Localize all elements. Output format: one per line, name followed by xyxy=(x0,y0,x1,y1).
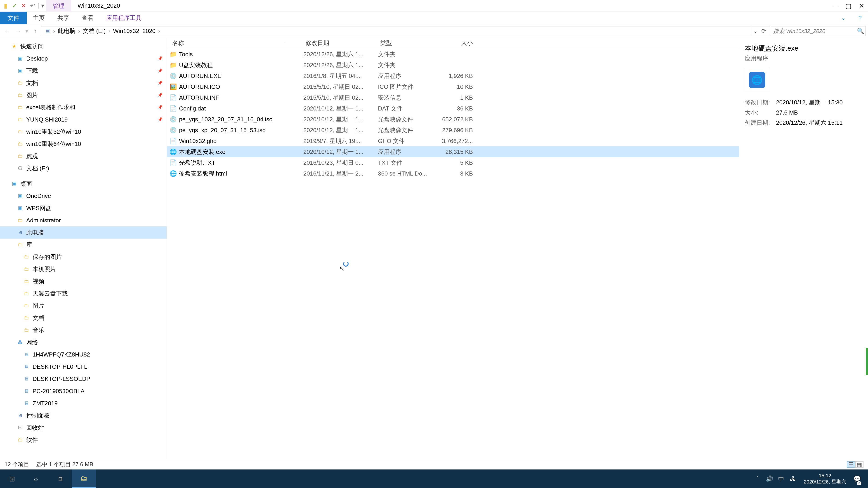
taskbar-search-button[interactable]: ⌕ xyxy=(24,469,48,488)
file-row[interactable]: 📄Config.dat2020/10/12, 星期一 1...DAT 文件36 … xyxy=(167,103,739,114)
nav-item[interactable]: ★快速访问 xyxy=(0,40,166,53)
view-details-button[interactable]: ☰ xyxy=(847,461,855,468)
nav-item[interactable]: 🗀文档 xyxy=(0,312,166,324)
breadcrumb-pc-icon[interactable]: 🖥 xyxy=(43,26,52,36)
chevron-right-icon[interactable]: › xyxy=(53,28,56,35)
nav-item[interactable]: 🖧网络 xyxy=(0,336,166,348)
chevron-right-icon[interactable]: › xyxy=(158,28,161,35)
nav-item[interactable]: 🖥此电脑 xyxy=(0,226,166,238)
file-name: Tools xyxy=(179,51,193,58)
navigation-pane[interactable]: ★快速访问▣Desktop📌▣下载📌🗀文档📌🗀图片📌🗀excel表格制作求和📌🗀… xyxy=(0,38,167,459)
nav-item[interactable]: 🖥PC-20190530OBLA xyxy=(0,385,166,397)
ribbon-tab-view[interactable]: 查看 xyxy=(75,12,100,24)
file-row[interactable]: 📄Win10x32.gho2019/9/7, 星期六 19:...GHO 文件3… xyxy=(167,135,739,147)
search-icon[interactable]: 🔍 xyxy=(857,28,863,35)
nav-item[interactable]: 🖥控制面板 xyxy=(0,410,166,422)
nav-item[interactable]: 🗀库 xyxy=(0,238,166,251)
view-large-icons-button[interactable]: ▦ xyxy=(855,461,864,468)
nav-history-dropdown[interactable]: ▾ xyxy=(24,26,29,36)
nav-back-button[interactable]: ← xyxy=(2,26,12,36)
history-dropdown-icon[interactable]: ⌄ xyxy=(752,26,759,36)
breadcrumb-item[interactable]: 此电脑 xyxy=(56,26,77,36)
nav-item[interactable]: 🖥DESKTOP-HL0PLFL xyxy=(0,361,166,373)
nav-item[interactable]: 🗀视频 xyxy=(0,275,166,287)
nav-item[interactable]: ▣WPS网盘 xyxy=(0,202,166,214)
breadcrumb-item[interactable]: 文档 (E:) xyxy=(81,26,107,36)
nav-item[interactable]: 🗀win10重装32位win10 xyxy=(0,126,166,138)
ribbon-tab-apptools[interactable]: 应用程序工具 xyxy=(100,12,148,24)
nav-item[interactable]: ▣下载📌 xyxy=(0,65,166,77)
nav-item[interactable]: 🗀图片📌 xyxy=(0,89,166,101)
column-header-type[interactable]: 类型 xyxy=(378,39,439,47)
file-row[interactable]: 📁Tools2020/12/26, 星期六 1...文件夹 xyxy=(167,49,739,60)
nav-item[interactable]: ▣Desktop📌 xyxy=(0,53,166,65)
nav-item[interactable]: 🗀excel表格制作求和📌 xyxy=(0,101,166,113)
qat-dropdown-icon[interactable]: ▾ xyxy=(40,2,44,10)
volume-icon[interactable]: 🔊 xyxy=(765,469,774,488)
nav-item[interactable]: ▣OneDrive xyxy=(0,190,166,202)
start-button[interactable]: ⊞ xyxy=(0,469,24,488)
chevron-right-icon[interactable]: › xyxy=(108,28,111,35)
file-row[interactable]: 🌐硬盘安装教程.html2016/11/21, 星期一 2...360 se H… xyxy=(167,168,739,179)
nav-item[interactable]: ▣桌面 xyxy=(0,177,166,190)
file-name: Win10x32.gho xyxy=(179,138,217,144)
action-center-icon[interactable]: 💬2 xyxy=(852,469,862,488)
breadcrumb-box[interactable]: 🖥 › 此电脑 › 文档 (E:) › Win10x32_2020 › ⌄ ⟳ xyxy=(41,26,770,36)
file-row[interactable]: 💿AUTORUN.EXE2016/1/8, 星期五 04:...应用程序1,92… xyxy=(167,70,739,81)
nav-up-button[interactable]: ↑ xyxy=(30,26,40,36)
nav-item[interactable]: 🖥1H4WPFQ7KZ8HU82 xyxy=(0,348,166,361)
ribbon-expand-icon[interactable]: ⌄ xyxy=(835,12,852,24)
file-row[interactable]: 📄AUTORUN.INF2015/5/10, 星期日 02...安装信息1 KB xyxy=(167,92,739,103)
refresh-icon[interactable]: ⟳ xyxy=(759,26,768,36)
file-list[interactable]: 📁Tools2020/12/26, 星期六 1...文件夹📁U盘安装教程2020… xyxy=(167,48,739,459)
task-view-button[interactable]: ⧉ xyxy=(48,469,72,488)
taskbar-explorer-button[interactable]: 🗂 xyxy=(72,469,96,488)
close-button[interactable]: ✕ xyxy=(855,0,868,12)
file-row[interactable]: 💿pe_yqs_1032_20_07_31_16_04.iso2020/10/1… xyxy=(167,114,739,125)
nav-item[interactable]: 🖥ZMT2019 xyxy=(0,397,166,410)
nav-item[interactable]: 🗀文档📌 xyxy=(0,77,166,89)
nav-item[interactable]: 🗀软件 xyxy=(0,434,166,446)
qat-properties-icon[interactable]: ✓ xyxy=(10,2,19,10)
nav-item[interactable]: 🗀保存的图片 xyxy=(0,251,166,263)
nav-item[interactable]: 🗀天翼云盘下载 xyxy=(0,287,166,300)
ime-indicator[interactable]: 中 xyxy=(776,469,786,488)
search-input[interactable] xyxy=(773,28,857,34)
ribbon-tab-share[interactable]: 共享 xyxy=(51,12,75,24)
nav-item[interactable]: 🗀图片 xyxy=(0,300,166,312)
qat-delete-icon[interactable]: ✕ xyxy=(20,2,28,10)
nav-item[interactable]: 🗀音乐 xyxy=(0,324,166,336)
file-name: pe_yqs_xp_20_07_31_15_53.iso xyxy=(179,127,266,134)
column-header-date[interactable]: 修改日期 xyxy=(303,39,378,47)
file-row[interactable]: 💿pe_yqs_xp_20_07_31_15_53.iso2020/10/12,… xyxy=(167,125,739,135)
ic-folder-icon: 🗀 xyxy=(17,129,23,135)
ribbon-tab-home[interactable]: 主页 xyxy=(27,12,51,24)
breadcrumb-item[interactable]: Win10x32_2020 xyxy=(111,26,157,36)
taskbar-clock[interactable]: 15:12 2020/12/26, 星期六 xyxy=(800,473,850,485)
nav-item[interactable]: 🗀YUNQISHI2019📌 xyxy=(0,113,166,126)
nav-item[interactable]: 🗀Administrator xyxy=(0,214,166,226)
nav-forward-button[interactable]: → xyxy=(13,26,23,36)
file-row[interactable]: 🌐本地硬盘安装.exe2020/10/12, 星期一 1...应用程序28,31… xyxy=(167,147,739,157)
qat-undo-icon[interactable]: ↶ xyxy=(29,2,37,10)
file-row[interactable]: 📄光盘说明.TXT2016/10/23, 星期日 0...TXT 文件5 KB xyxy=(167,157,739,168)
nav-item[interactable]: ⛁文档 (E:) xyxy=(0,162,166,174)
help-icon[interactable]: ? xyxy=(852,12,868,24)
network-icon[interactable]: 🖧 xyxy=(788,469,798,488)
nav-item[interactable]: 🗀本机照片 xyxy=(0,263,166,275)
tray-overflow-icon[interactable]: ˄ xyxy=(753,469,763,488)
column-header-name[interactable]: 名称 ˄ xyxy=(170,39,303,47)
maximize-button[interactable]: ▢ xyxy=(842,0,855,12)
ribbon-file-tab[interactable]: 文件 xyxy=(0,12,27,24)
search-box[interactable]: 🔍 xyxy=(771,26,866,36)
chevron-right-icon[interactable]: › xyxy=(78,28,81,35)
nav-item[interactable]: ⛁回收站 xyxy=(0,422,166,434)
nav-item[interactable]: 🖥DESKTOP-LSSOEDP xyxy=(0,373,166,385)
nav-item[interactable]: 🗀win10重装64位win10 xyxy=(0,138,166,150)
file-row[interactable]: 📁U盘安装教程2020/12/26, 星期六 1...文件夹 xyxy=(167,60,739,70)
minimize-button[interactable]: ─ xyxy=(829,0,842,12)
column-header-size[interactable]: 大小 xyxy=(439,39,475,47)
nav-item[interactable]: 🗀虎观 xyxy=(0,150,166,162)
file-row[interactable]: 🖼️AUTORUN.ICO2015/5/10, 星期日 02...ICO 图片文… xyxy=(167,81,739,92)
file-size: 3,766,272... xyxy=(439,138,475,144)
